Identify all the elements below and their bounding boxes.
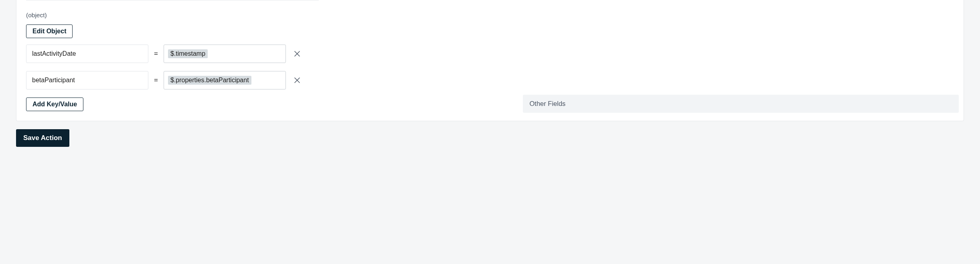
kv-key-input[interactable]	[26, 45, 148, 63]
kv-value-input[interactable]: $.properties.betaParticipant	[164, 71, 286, 89]
object-type-label: (object)	[26, 12, 319, 19]
editor-panel: (object) Edit Object = $.timestamp =	[16, 0, 964, 121]
remove-row-button[interactable]	[292, 49, 302, 59]
remove-row-button[interactable]	[292, 75, 302, 85]
kv-value-input[interactable]: $.timestamp	[164, 45, 286, 63]
value-token: $.properties.betaParticipant	[168, 76, 251, 85]
edit-object-button[interactable]: Edit Object	[26, 24, 73, 38]
save-action-button[interactable]: Save Action	[16, 129, 69, 147]
kv-row: = $.timestamp	[26, 45, 319, 63]
other-fields-panel[interactable]: Other Fields	[523, 95, 959, 113]
value-token: $.timestamp	[168, 49, 208, 58]
section-divider	[26, 0, 319, 0]
other-fields-title: Other Fields	[529, 100, 565, 107]
kv-row: = $.properties.betaParticipant	[26, 71, 319, 89]
equals-sign: =	[153, 50, 159, 58]
equals-sign: =	[153, 76, 159, 84]
add-key-value-button[interactable]: Add Key/Value	[26, 97, 83, 111]
close-icon	[294, 77, 300, 83]
kv-key-input[interactable]	[26, 71, 148, 89]
close-icon	[294, 51, 300, 57]
